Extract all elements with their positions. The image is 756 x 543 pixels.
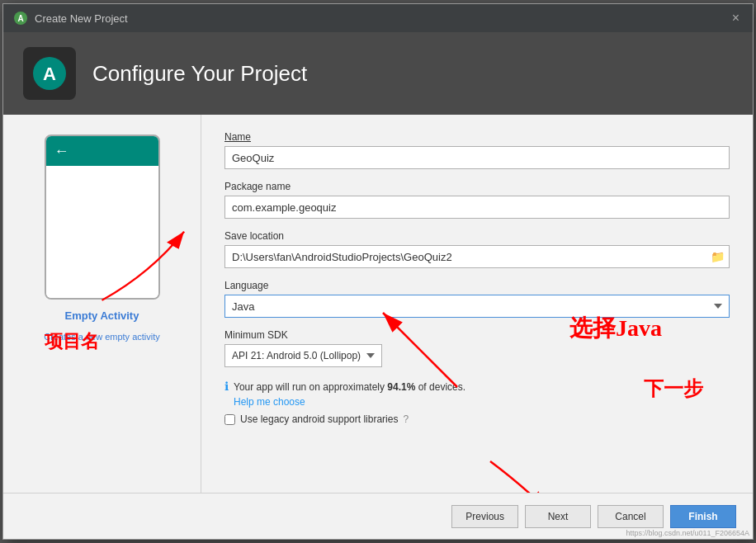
package-label: Package name [224, 181, 730, 192]
previous-button[interactable]: Previous [451, 505, 518, 528]
name-group: Name [224, 131, 730, 169]
save-location-input-wrapper: 📁 [224, 245, 730, 268]
folder-icon[interactable]: 📁 [711, 250, 725, 263]
info-text-after: of devices. [415, 381, 465, 393]
header: A Configure Your Project [3, 32, 753, 115]
title-bar-left: A Create New Project [13, 11, 128, 26]
legacy-checkbox-label: Use legacy android support libraries [240, 413, 398, 425]
main-content: ← Empty Activity Creates a new empty act… [3, 115, 753, 493]
android-studio-icon: A [13, 11, 28, 26]
package-input[interactable] [224, 196, 730, 219]
finish-button[interactable]: Finish [670, 505, 736, 528]
close-button[interactable]: × [729, 10, 743, 26]
save-location-label: Save location [224, 230, 730, 242]
header-title: Configure Your Project [92, 61, 307, 87]
svg-text:A: A [17, 14, 23, 23]
dialog: A Create New Project × A Configure Your … [2, 3, 754, 540]
info-text-bold: 94.1% [387, 381, 415, 393]
back-arrow-icon: ← [54, 143, 69, 160]
name-input[interactable] [224, 146, 730, 169]
title-bar: A Create New Project × [3, 4, 753, 32]
cancel-button[interactable]: Cancel [598, 505, 664, 528]
checkbox-row: Use legacy android support libraries ? [224, 413, 730, 425]
title-bar-text: Create New Project [35, 12, 128, 25]
minsdk-label: Minimum SDK [224, 329, 730, 341]
activity-desc: Creates a new empty activity [44, 332, 160, 342]
phone-preview: ← [45, 135, 160, 300]
language-label: Language [224, 280, 730, 291]
left-panel: ← Empty Activity Creates a new empty act… [3, 115, 201, 493]
activity-label: Empty Activity [65, 309, 139, 322]
save-location-group: Save location 📁 [224, 230, 730, 268]
minsdk-group: Minimum SDK API 21: Android 5.0 (Lollipo… [224, 329, 730, 367]
legacy-checkbox[interactable] [224, 414, 235, 425]
android-logo: A [31, 55, 68, 92]
language-select[interactable]: Java Kotlin [224, 295, 730, 318]
svg-text:A: A [43, 64, 56, 84]
info-text-block: Your app will run on approximately 94.1%… [234, 379, 465, 408]
right-panel: Name Package name Save location 📁 Langua… [201, 115, 753, 493]
info-row: ℹ Your app will run on approximately 94.… [224, 379, 730, 408]
header-logo: A [23, 47, 76, 100]
name-label: Name [224, 131, 730, 143]
save-location-input[interactable] [224, 245, 730, 268]
info-text-before: Your app will run on approximately [234, 381, 387, 393]
language-group: Language Java Kotlin [224, 280, 730, 318]
help-link[interactable]: Help me choose [234, 396, 305, 408]
next-button[interactable]: Next [525, 505, 591, 528]
checkbox-help-icon[interactable]: ? [403, 413, 409, 425]
package-group: Package name [224, 181, 730, 219]
minsdk-select[interactable]: API 21: Android 5.0 (Lollipop) [224, 344, 382, 367]
phone-topbar: ← [46, 136, 158, 166]
info-icon: ℹ [224, 380, 229, 393]
phone-body [46, 166, 158, 298]
bottom-bar: Previous Next Cancel Finish [3, 493, 753, 539]
